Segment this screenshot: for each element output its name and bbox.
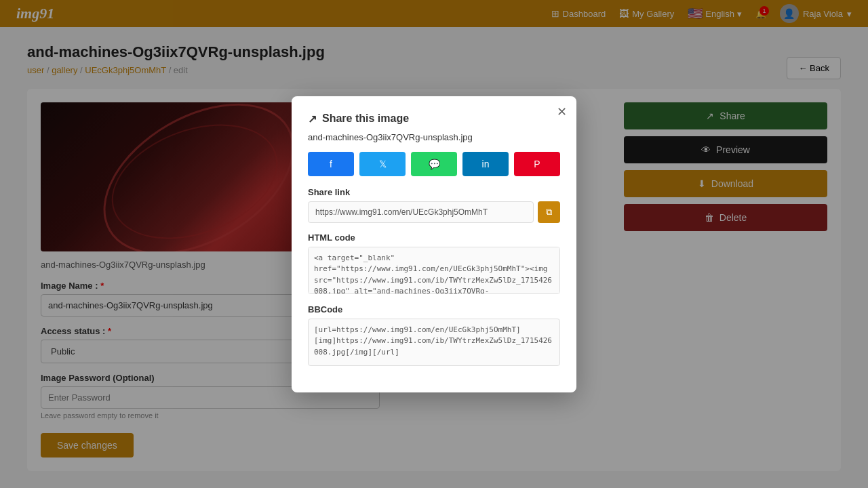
share-link-label: Share link <box>308 187 560 197</box>
linkedin-icon: in <box>482 159 490 169</box>
bbcode-label: BBCode <box>308 304 560 314</box>
facebook-icon: f <box>330 159 332 169</box>
twitter-share-button[interactable]: 𝕏 <box>359 152 406 176</box>
twitter-icon: 𝕏 <box>379 159 387 169</box>
pinterest-share-button[interactable]: P <box>514 152 560 176</box>
html-code-label: HTML code <box>308 232 560 243</box>
bbcode-textarea[interactable] <box>308 319 560 366</box>
social-buttons-row: f 𝕏 💬 in P <box>308 152 560 176</box>
share-modal-icon: ↗ <box>308 113 317 125</box>
modal-close-button[interactable]: ✕ <box>557 104 567 119</box>
modal-filename: and-machines-Og3iix7QVRg-unsplash.jpg <box>308 132 560 142</box>
copy-link-button[interactable]: ⧉ <box>538 201 560 223</box>
facebook-share-button[interactable]: f <box>308 152 354 176</box>
modal-title: ↗ Share this image <box>308 113 560 125</box>
whatsapp-share-button[interactable]: 💬 <box>411 152 457 176</box>
whatsapp-icon: 💬 <box>429 159 440 169</box>
modal-overlay[interactable]: ✕ ↗ Share this image and-machines-Og3iix… <box>0 0 868 487</box>
share-link-input[interactable] <box>308 201 534 223</box>
share-modal: ✕ ↗ Share this image and-machines-Og3iix… <box>292 96 576 392</box>
pinterest-icon: P <box>534 159 540 169</box>
html-code-textarea[interactable] <box>308 247 560 294</box>
share-link-row: ⧉ <box>308 201 560 223</box>
linkedin-share-button[interactable]: in <box>462 152 509 176</box>
